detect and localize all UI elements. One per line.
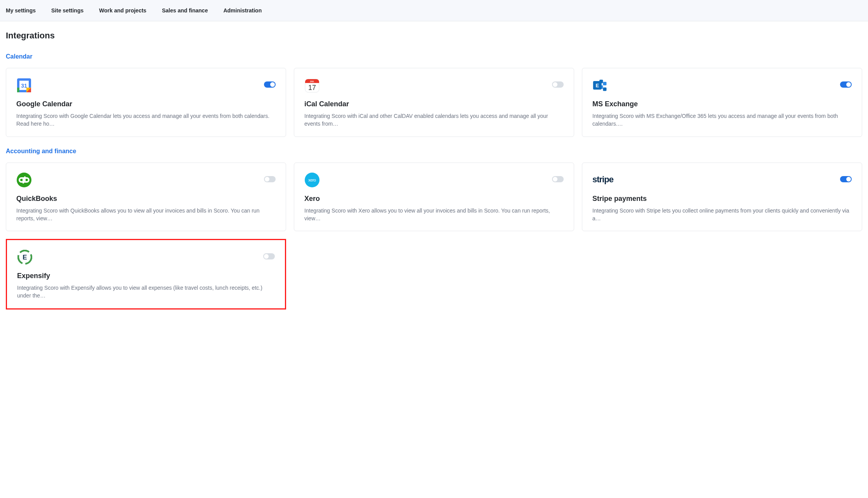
svg-text:JUL: JUL bbox=[310, 80, 314, 83]
card-title: Expensify bbox=[17, 272, 275, 280]
svg-text:stripe: stripe bbox=[592, 175, 614, 184]
card-title: QuickBooks bbox=[16, 195, 276, 203]
card-desc: Integrating Scoro with Google Calendar l… bbox=[16, 112, 276, 128]
accounting-grid: QuickBooks Integrating Scoro with QuickB… bbox=[6, 163, 862, 310]
svg-text:E: E bbox=[23, 254, 27, 261]
quickbooks-icon bbox=[16, 172, 32, 188]
card-stripe[interactable]: stripe Stripe payments Integrating Scoro… bbox=[582, 163, 862, 232]
card-xero[interactable]: xero Xero Integrating Scoro with Xero al… bbox=[294, 163, 574, 232]
google-calendar-icon: 31 bbox=[16, 78, 32, 93]
expensify-icon: E bbox=[17, 249, 33, 265]
nav-administration[interactable]: Administration bbox=[223, 7, 262, 14]
card-title: Stripe payments bbox=[592, 195, 852, 203]
card-desc: Integrating Scoro with Xero allows you t… bbox=[304, 207, 564, 223]
svg-rect-10 bbox=[603, 82, 606, 85]
card-title: iCal Calendar bbox=[304, 100, 564, 108]
top-nav: My settings Site settings Work and proje… bbox=[0, 0, 868, 21]
card-desc: Integrating Scoro with QuickBooks allows… bbox=[16, 207, 276, 223]
card-ical[interactable]: JUL 17 iCal Calendar Integrating Scoro w… bbox=[294, 68, 574, 137]
card-ms-exchange[interactable]: E MS Exchange Integrating Scoro with MS … bbox=[582, 68, 862, 137]
nav-my-settings[interactable]: My settings bbox=[6, 7, 36, 14]
card-title: MS Exchange bbox=[592, 100, 852, 108]
toggle-xero[interactable] bbox=[552, 176, 564, 182]
xero-icon: xero bbox=[304, 172, 320, 188]
card-desc: Integrating Scoro with iCal and other Ca… bbox=[304, 112, 564, 128]
toggle-ms-exchange[interactable] bbox=[840, 81, 852, 88]
svg-rect-12 bbox=[603, 87, 606, 91]
card-expensify[interactable]: E Expensify Integrating Scoro with Expen… bbox=[6, 239, 286, 310]
card-desc: Integrating Scoro with Stripe lets you c… bbox=[592, 207, 852, 223]
svg-text:17: 17 bbox=[308, 84, 316, 92]
card-quickbooks[interactable]: QuickBooks Integrating Scoro with QuickB… bbox=[6, 163, 286, 232]
card-google-calendar[interactable]: 31 Google Calendar Integrating Scoro wit… bbox=[6, 68, 286, 137]
svg-text:xero: xero bbox=[308, 178, 316, 182]
nav-work-projects[interactable]: Work and projects bbox=[99, 7, 146, 14]
section-accounting-title: Accounting and finance bbox=[6, 148, 862, 155]
ms-exchange-icon: E bbox=[592, 78, 608, 93]
nav-sales-finance[interactable]: Sales and finance bbox=[162, 7, 208, 14]
svg-text:E: E bbox=[595, 83, 599, 88]
card-title: Google Calendar bbox=[16, 100, 276, 108]
svg-text:31: 31 bbox=[21, 83, 27, 89]
toggle-quickbooks[interactable] bbox=[264, 176, 276, 182]
toggle-ical[interactable] bbox=[552, 81, 564, 88]
section-calendar-title: Calendar bbox=[6, 53, 862, 60]
stripe-icon: stripe bbox=[592, 172, 617, 188]
card-desc: Integrating Scoro with Expensify allows … bbox=[17, 284, 275, 300]
calendar-grid: 31 Google Calendar Integrating Scoro wit… bbox=[6, 68, 862, 137]
ical-icon: JUL 17 bbox=[304, 78, 320, 93]
nav-site-settings[interactable]: Site settings bbox=[51, 7, 83, 14]
page-title: Integrations bbox=[6, 31, 862, 41]
svg-rect-5 bbox=[17, 88, 19, 92]
card-title: Xero bbox=[304, 195, 564, 203]
toggle-google-calendar[interactable] bbox=[264, 81, 276, 88]
toggle-expensify[interactable] bbox=[263, 253, 275, 259]
card-desc: Integrating Scoro with MS Exchange/Offic… bbox=[592, 112, 852, 128]
toggle-stripe[interactable] bbox=[840, 176, 852, 182]
